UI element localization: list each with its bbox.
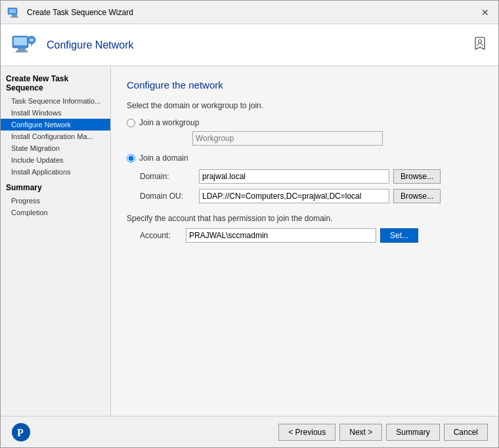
set-button[interactable]: Set... xyxy=(380,228,418,243)
svg-point-11 xyxy=(479,40,482,43)
title-bar-icon xyxy=(7,5,22,20)
sidebar-item-include-updates[interactable]: Include Updates xyxy=(1,154,110,166)
workgroup-input[interactable] xyxy=(192,131,383,146)
svg-rect-5 xyxy=(14,37,27,45)
next-button[interactable]: Next > xyxy=(339,424,382,441)
account-input[interactable] xyxy=(186,228,376,243)
svg-rect-9 xyxy=(30,39,33,41)
svg-rect-7 xyxy=(16,51,28,52)
header-title: Configure Network xyxy=(47,39,134,51)
sidebar-item-install-config-mgr[interactable]: Install Configuration Ma... xyxy=(1,131,110,142)
sidebar-item-state-migration[interactable]: State Migration xyxy=(1,142,110,154)
cancel-button[interactable]: Cancel xyxy=(444,424,488,441)
help-icon[interactable] xyxy=(472,35,488,54)
svg-rect-1 xyxy=(9,9,16,13)
title-bar-title: Create Task Sequence Wizard xyxy=(27,8,479,17)
sidebar-item-install-applications[interactable]: Install Applications xyxy=(1,166,110,178)
account-label: Account: xyxy=(140,231,186,240)
summary-button[interactable]: Summary xyxy=(386,424,439,441)
join-workgroup-radio[interactable] xyxy=(127,119,135,127)
domain-ou-row: Domain OU: Browse... xyxy=(140,189,483,203)
domain-row: Domain: Browse... xyxy=(140,169,483,184)
sidebar-item-completion[interactable]: Completion xyxy=(1,207,110,218)
join-domain-row: Join a domain xyxy=(127,153,483,163)
content-title: Configure the network xyxy=(127,79,483,91)
domain-label: Domain: xyxy=(140,172,199,181)
footer-logo: P xyxy=(11,422,31,442)
join-domain-radio[interactable] xyxy=(127,154,135,163)
domain-ou-input[interactable] xyxy=(199,189,389,203)
workgroup-row xyxy=(140,131,483,146)
radio-group-network: Join a workgroup Join a domain xyxy=(127,118,483,163)
domain-section: Domain: Browse... Domain OU: Browse... xyxy=(127,169,483,203)
wizard-window: Create Task Sequence Wizard ✕ Configure … xyxy=(0,0,499,448)
sidebar-item-task-sequence-info[interactable]: Task Sequence Informatio... xyxy=(1,95,110,107)
join-workgroup-label: Join a workgroup xyxy=(139,118,199,127)
svg-text:P: P xyxy=(17,427,24,438)
sidebar-section-create: Create New Task Sequence xyxy=(1,71,110,95)
account-description: Specify the account that has permission … xyxy=(127,214,483,223)
domain-input[interactable] xyxy=(199,169,389,184)
domain-browse-button[interactable]: Browse... xyxy=(393,169,441,184)
close-button[interactable]: ✕ xyxy=(479,6,492,19)
account-row: Account: Set... xyxy=(140,228,483,243)
sidebar-section-summary: Summary xyxy=(1,180,110,195)
sidebar-item-install-windows[interactable]: Install Windows xyxy=(1,107,110,119)
title-bar: Create Task Sequence Wizard ✕ xyxy=(1,1,498,24)
join-domain-label: Join a domain xyxy=(139,153,188,163)
account-section: Specify the account that has permission … xyxy=(127,214,483,243)
sidebar: Create New Task Sequence Task Sequence I… xyxy=(1,66,111,416)
footer: P < Previous Next > Summary Cancel xyxy=(1,416,498,447)
header-icon xyxy=(11,32,37,58)
join-workgroup-row: Join a workgroup xyxy=(127,118,483,127)
domain-ou-label: Domain OU: xyxy=(140,192,199,201)
content-description: Select the domain or workgroup to join. xyxy=(127,101,483,110)
previous-button[interactable]: < Previous xyxy=(278,424,336,441)
content-pane: Configure the network Select the domain … xyxy=(111,66,498,416)
header-bar: Configure Network xyxy=(1,24,498,66)
sidebar-item-configure-network[interactable]: Configure Network xyxy=(1,119,110,131)
main-content: Create New Task Sequence Task Sequence I… xyxy=(1,66,498,416)
domain-ou-browse-button[interactable]: Browse... xyxy=(393,189,441,203)
svg-rect-3 xyxy=(11,16,18,18)
sidebar-item-progress[interactable]: Progress xyxy=(1,195,110,207)
